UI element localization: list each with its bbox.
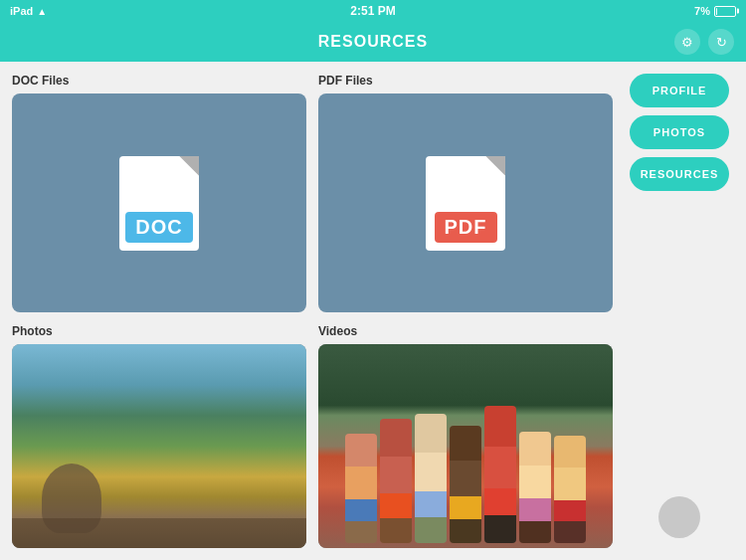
videos-section: Videos [318, 324, 613, 548]
profile-button[interactable]: PROFILE [630, 74, 729, 107]
right-sidebar: PROFILE PHOTOS RESOURCES [625, 74, 734, 548]
pdf-text: PDF [435, 212, 497, 243]
pdf-file-icon: PDF [426, 156, 505, 251]
videos-card[interactable] [318, 344, 613, 548]
doc-card[interactable]: DOC [12, 93, 306, 312]
kid-7 [554, 436, 586, 543]
kids-photo-image [318, 344, 613, 548]
pdf-card[interactable]: PDF [318, 93, 613, 312]
left-content: DOC Files DOC PDF Files PDF [12, 74, 613, 548]
doc-text: DOC [125, 212, 192, 243]
kid-2 [380, 419, 412, 543]
pdf-section: PDF Files PDF [318, 74, 613, 312]
nature-photo-image [12, 344, 306, 548]
refresh-button[interactable]: ↻ [708, 29, 734, 55]
main-content: DOC Files DOC PDF Files PDF [0, 62, 746, 560]
resources-button[interactable]: RESOURCES [630, 157, 729, 191]
ipad-label: iPad [10, 5, 33, 17]
kid-3 [415, 414, 447, 543]
doc-section: DOC Files DOC [12, 74, 306, 312]
doc-paper: DOC [119, 156, 199, 251]
settings-button[interactable]: ⚙ [674, 29, 700, 55]
header: RESOURCES ⚙ ↻ [0, 22, 746, 62]
doc-file-icon: DOC [119, 156, 199, 251]
kid-5 [484, 406, 516, 543]
status-time: 2:51 PM [350, 4, 395, 18]
pdf-label: PDF Files [318, 74, 613, 88]
doc-label: DOC Files [12, 74, 306, 88]
videos-label: Videos [318, 324, 613, 338]
photos-section: Photos [12, 324, 306, 548]
photos-card[interactable] [12, 344, 306, 548]
refresh-icon: ↻ [716, 35, 727, 50]
battery-icon [714, 6, 736, 17]
kid-1 [345, 434, 377, 543]
photos-nav-button[interactable]: PHOTOS [630, 115, 729, 149]
kid-6 [519, 432, 551, 543]
wifi-icon: ▲ [37, 6, 47, 17]
status-bar: iPad ▲ 2:51 PM 7% [0, 0, 746, 22]
status-left: iPad ▲ [10, 5, 47, 17]
gear-icon: ⚙ [681, 35, 693, 50]
bottom-row: Photos Videos [12, 324, 613, 548]
photos-label: Photos [12, 324, 306, 338]
top-row: DOC Files DOC PDF Files PDF [12, 74, 613, 312]
pdf-paper: PDF [426, 156, 505, 251]
status-right: 7% [694, 5, 736, 17]
header-icons: ⚙ ↻ [674, 29, 734, 55]
scroll-handle[interactable] [658, 496, 700, 538]
kid-4 [450, 426, 481, 543]
page-title: RESOURCES [318, 33, 428, 51]
battery-percent: 7% [694, 5, 710, 17]
